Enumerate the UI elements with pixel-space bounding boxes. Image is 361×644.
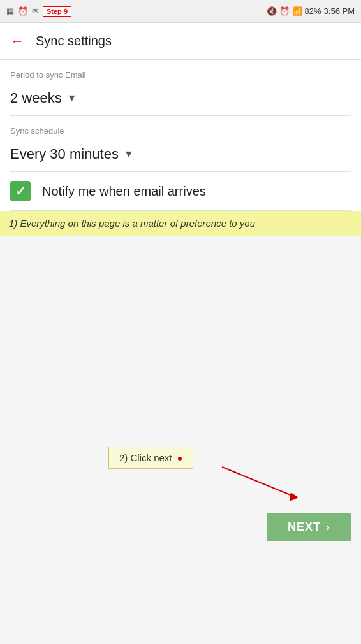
callout-area: 2) Click next ● — [0, 440, 361, 504]
page-title: Sync settings — [36, 34, 112, 48]
empty-area — [0, 236, 361, 440]
callout-box: 2) Click next ● — [108, 447, 193, 469]
notify-checkbox[interactable]: ✓ — [10, 181, 31, 201]
svg-marker-1 — [290, 492, 298, 501]
next-button[interactable]: NEXT › — [267, 513, 351, 541]
status-bar: ▦ ⏰ ✉ Step 9 🔇 ⏰ 📶 82% 3:56 PM — [0, 0, 361, 23]
schedule-dropdown[interactable]: Every 30 minutes ▼ — [0, 140, 361, 171]
schedule-section: Sync schedule — [0, 116, 361, 136]
period-arrow: ▼ — [67, 92, 77, 104]
clock-icon: ⏰ — [279, 6, 290, 16]
period-section: Period to sync Email — [0, 60, 361, 80]
schedule-label: Sync schedule — [10, 126, 351, 136]
checkmark-icon: ✓ — [15, 183, 26, 199]
sim-icon: ▦ — [6, 6, 14, 16]
step-badge: Step 9 — [43, 6, 71, 17]
main-content: Period to sync Email 2 weeks ▼ Sync sche… — [0, 60, 361, 211]
status-bar-left: ▦ ⏰ ✉ Step 9 — [6, 6, 71, 17]
bottom-bar: NEXT › — [0, 504, 361, 550]
status-bar-right: 🔇 ⏰ 📶 82% 3:56 PM — [267, 6, 355, 16]
clock-time: 3:56 PM — [324, 6, 355, 16]
info-banner-text: 1) Everything on this page is a matter o… — [9, 218, 255, 229]
period-label: Period to sync Email — [10, 70, 351, 80]
schedule-value: Every 30 minutes — [10, 146, 119, 162]
period-dropdown[interactable]: 2 weeks ▼ — [0, 83, 361, 115]
svg-line-0 — [222, 467, 293, 496]
next-chevron-icon: › — [326, 520, 330, 534]
schedule-arrow: ▼ — [124, 148, 134, 160]
mute-icon: 🔇 — [267, 6, 277, 16]
info-banner: 1) Everything on this page is a matter o… — [0, 211, 361, 236]
app-bar: ← Sync settings — [0, 23, 361, 60]
callout-text: 2) Click next — [119, 452, 172, 463]
period-value: 2 weeks — [10, 90, 62, 106]
alarm-icon: ⏰ — [18, 6, 28, 16]
battery-level: 82% — [305, 6, 321, 16]
message-icon: ✉ — [32, 6, 39, 16]
notify-label: Notify me when email arrives — [42, 184, 206, 199]
next-button-label: NEXT — [288, 520, 321, 534]
signal-icon: 📶 — [292, 6, 302, 16]
back-button[interactable]: ← — [10, 33, 24, 50]
callout-dot: ● — [177, 453, 182, 463]
notify-row[interactable]: ✓ Notify me when email arrives — [0, 172, 361, 210]
